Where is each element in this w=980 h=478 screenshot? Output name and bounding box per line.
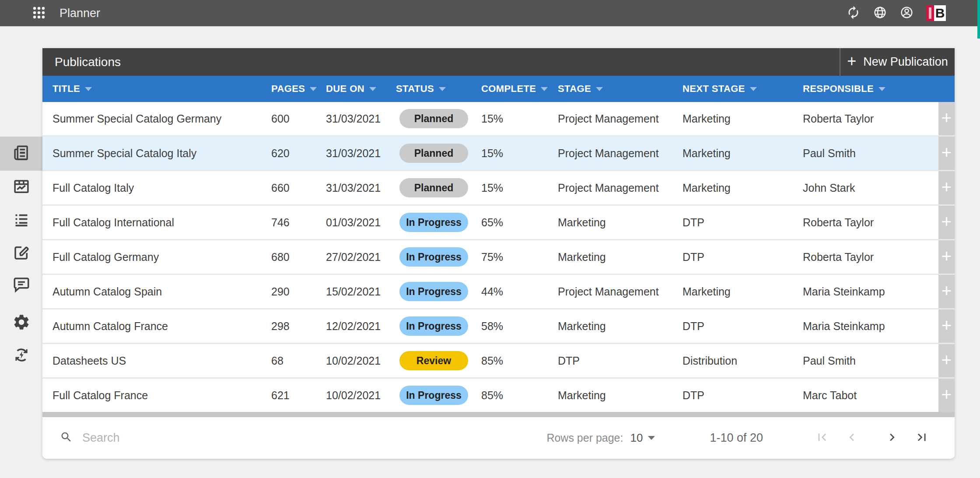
- column-header-title[interactable]: TITLE: [52, 83, 271, 95]
- cell-next-stage: Marketing: [682, 147, 803, 160]
- panel-header: Publications + New Publication: [42, 48, 955, 76]
- row-add-button[interactable]: +: [938, 379, 955, 412]
- table-row[interactable]: Autumn Catalog France 298 12/02/2021 In …: [42, 309, 955, 343]
- apps-grid-icon: [32, 5, 46, 21]
- row-add-button[interactable]: +: [938, 171, 955, 204]
- column-header-complete[interactable]: COMPLETE: [481, 83, 558, 95]
- first-page-button[interactable]: [815, 430, 830, 446]
- cell-next-stage: DTP: [682, 389, 803, 402]
- row-add-button[interactable]: +: [938, 102, 955, 135]
- row-add-button[interactable]: +: [938, 137, 955, 170]
- new-publication-label: New Publication: [863, 55, 948, 69]
- cell-due-on: 12/02/2021: [326, 320, 396, 333]
- cell-title: Autumn Catalog Spain: [52, 285, 271, 298]
- next-page-button[interactable]: [885, 430, 900, 446]
- sidebar-item-automation[interactable]: [0, 347, 42, 365]
- row-add-button[interactable]: +: [938, 206, 955, 239]
- cell-complete: 65%: [481, 216, 558, 229]
- cell-complete: 15%: [481, 147, 558, 160]
- sort-arrow-icon: [85, 87, 92, 91]
- search-input[interactable]: [82, 431, 327, 445]
- sidebar: [0, 26, 42, 478]
- sidebar-item-comments[interactable]: [0, 276, 42, 294]
- rows-per-page-select[interactable]: 10: [630, 431, 655, 445]
- brand-logo: B: [926, 5, 946, 21]
- status-badge: In Progress: [399, 316, 468, 336]
- column-header-status[interactable]: STATUS: [396, 83, 481, 95]
- sidebar-item-publications[interactable]: [0, 137, 42, 171]
- column-header-responsible[interactable]: RESPONSIBLE: [803, 83, 938, 95]
- apps-grid-button[interactable]: [32, 5, 46, 21]
- refresh-button[interactable]: [846, 5, 861, 21]
- status-badge: Planned: [399, 144, 468, 163]
- plus-icon: +: [942, 109, 952, 127]
- cell-title: Summer Special Catalog Italy: [52, 147, 271, 160]
- table-row[interactable]: Full Catalog International 746 01/03/202…: [42, 206, 955, 239]
- plus-icon: +: [942, 282, 952, 299]
- sidebar-item-settings[interactable]: [0, 314, 42, 332]
- cell-stage: Marketing: [558, 251, 682, 264]
- plus-icon: +: [942, 178, 952, 196]
- row-add-button[interactable]: +: [938, 240, 955, 274]
- panel-title: Publications: [55, 55, 121, 69]
- previous-page-button[interactable]: [844, 430, 859, 446]
- sidebar-item-list[interactable]: [0, 211, 42, 230]
- cell-complete: 58%: [481, 320, 558, 333]
- cell-responsible: John Stark: [803, 182, 938, 194]
- cell-title: Full Catalog Germany: [52, 251, 271, 264]
- cell-responsible: Roberta Taylor: [803, 216, 938, 229]
- table-row[interactable]: Full Catalog Germany 680 27/02/2021 In P…: [42, 240, 955, 274]
- sidebar-item-edit[interactable]: [0, 244, 42, 263]
- cell-stage: Project Management: [558, 182, 682, 194]
- table-row[interactable]: Autumn Catalog Spain 290 15/02/2021 In P…: [42, 275, 955, 308]
- table-row[interactable]: Summer Special Catalog Germany 600 31/03…: [42, 102, 955, 135]
- column-header-due_on[interactable]: DUE ON: [326, 83, 396, 95]
- column-header-label: RESPONSIBLE: [803, 83, 874, 95]
- refresh-icon: [846, 5, 861, 21]
- cell-stage: Marketing: [558, 389, 682, 402]
- pagination-controls: [815, 430, 929, 446]
- row-add-button[interactable]: +: [938, 309, 955, 343]
- cell-stage: Marketing: [558, 216, 682, 229]
- cell-title: Full Catalog Italy: [52, 182, 271, 194]
- column-header-label: TITLE: [52, 83, 80, 95]
- cell-stage: Marketing: [558, 320, 682, 333]
- table-row[interactable]: Summer Special Catalog Italy 620 31/03/2…: [42, 137, 955, 170]
- row-add-button[interactable]: +: [938, 344, 955, 377]
- cell-due-on: 31/03/2021: [326, 182, 396, 194]
- top-bar: Planner: [0, 0, 980, 26]
- sort-arrow-icon: [310, 87, 317, 91]
- cell-responsible: Paul Smith: [803, 147, 938, 160]
- column-header-pages[interactable]: PAGES: [271, 83, 326, 95]
- cell-responsible: Maria Steinkamp: [803, 285, 938, 298]
- cell-next-stage: Marketing: [682, 182, 803, 194]
- cell-pages: 298: [271, 320, 326, 333]
- cell-due-on: 10/02/2021: [326, 355, 396, 367]
- column-header-next_stage[interactable]: NEXT STAGE: [682, 83, 803, 95]
- cell-complete: 85%: [481, 389, 558, 402]
- language-button[interactable]: [873, 5, 887, 21]
- table-row[interactable]: Full Catalog Italy 660 31/03/2021 Planne…: [42, 171, 955, 204]
- row-add-button[interactable]: +: [938, 275, 955, 308]
- last-page-button[interactable]: [914, 430, 929, 446]
- sidebar-item-dashboard[interactable]: [0, 178, 42, 197]
- cell-stage: DTP: [558, 355, 682, 367]
- table-header: TITLE PAGES DUE ON STATUS COMPLETE STAGE…: [42, 76, 955, 102]
- column-header-stage[interactable]: STAGE: [558, 83, 682, 95]
- table-row[interactable]: Datasheets US 68 10/02/2021 Review 85% D…: [42, 344, 955, 377]
- vertical-scrollbar[interactable]: [977, 0, 980, 39]
- cell-status: In Progress: [396, 386, 481, 405]
- cell-responsible: Paul Smith: [803, 355, 938, 367]
- cell-responsible: Marc Tabot: [803, 389, 938, 402]
- new-publication-button[interactable]: + New Publication: [840, 48, 955, 76]
- column-header-label: PAGES: [271, 83, 305, 95]
- table-row[interactable]: Full Catalog France 621 10/02/2021 In Pr…: [42, 379, 955, 412]
- list-icon: [12, 211, 31, 231]
- sort-arrow-icon: [596, 87, 603, 91]
- planner-app: Planner: [0, 0, 980, 478]
- cell-title: Full Catalog France: [52, 389, 271, 402]
- account-button[interactable]: [900, 5, 914, 21]
- horizontal-scrollbar[interactable]: [42, 412, 955, 417]
- cell-complete: 75%: [481, 251, 558, 264]
- cell-due-on: 01/03/2021: [326, 216, 396, 229]
